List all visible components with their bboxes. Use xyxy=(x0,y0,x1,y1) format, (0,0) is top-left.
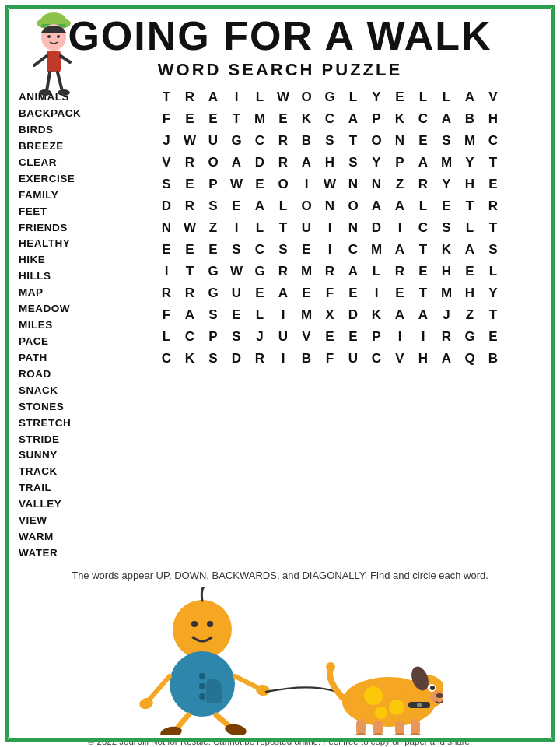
svg-rect-41 xyxy=(356,719,366,735)
page-title: GOING FOR A WALK xyxy=(0,14,560,58)
svg-rect-43 xyxy=(395,721,404,735)
svg-point-39 xyxy=(436,693,443,698)
svg-point-37 xyxy=(430,686,435,690)
svg-point-20 xyxy=(199,683,205,689)
svg-line-24 xyxy=(235,676,258,688)
svg-point-21 xyxy=(199,693,205,700)
svg-point-31 xyxy=(364,686,383,705)
svg-point-15 xyxy=(173,600,232,659)
header: GOING FOR A WALK WORD SEARCH PUZZLE xyxy=(0,0,560,80)
svg-point-45 xyxy=(354,733,368,735)
svg-point-48 xyxy=(408,733,422,735)
svg-point-11 xyxy=(39,89,51,96)
bottom-illustrations xyxy=(0,583,560,735)
svg-point-46 xyxy=(371,733,385,735)
svg-line-22 xyxy=(149,676,170,700)
svg-point-12 xyxy=(58,89,70,96)
svg-point-47 xyxy=(393,733,407,735)
svg-point-40 xyxy=(326,662,335,672)
page-subtitle: WORD SEARCH PUZZLE xyxy=(0,60,560,80)
walking-illustration xyxy=(117,587,443,735)
svg-point-19 xyxy=(199,673,205,679)
svg-rect-42 xyxy=(373,721,383,735)
svg-point-32 xyxy=(389,700,404,715)
svg-point-16 xyxy=(191,621,198,627)
svg-point-50 xyxy=(417,703,422,707)
svg-rect-44 xyxy=(411,719,420,735)
svg-point-17 xyxy=(207,621,213,627)
svg-point-33 xyxy=(375,707,387,719)
